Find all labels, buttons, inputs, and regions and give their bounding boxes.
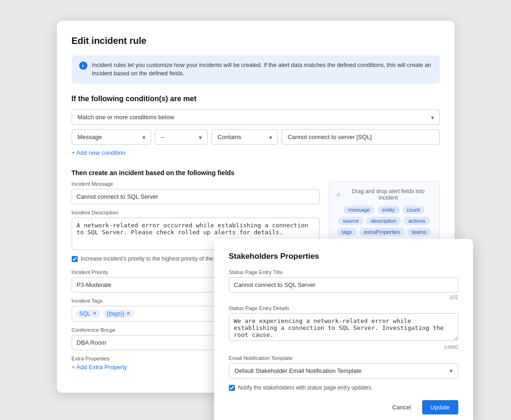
- email-template-select[interactable]: Default Stakeholder Email Notification T…: [229, 363, 458, 378]
- drag-icon: ⊹: [336, 191, 341, 198]
- tag-tags: {{tags}} ✕: [103, 310, 135, 318]
- cancel-button[interactable]: Cancel: [386, 401, 417, 414]
- drag-drop-hint: ⊹ Drag and drop alert fields into incide…: [336, 188, 433, 201]
- info-banner: i Incident rules let you customize how y…: [72, 55, 440, 84]
- condition-field-select[interactable]: Message: [72, 129, 151, 145]
- match-dropdown[interactable]: Match one or more conditions below: [72, 110, 440, 125]
- tag-sql: SQL ✕: [76, 310, 100, 318]
- status-page-entry-details-char-count: 14880: [229, 344, 458, 350]
- email-notification-template-label: Email Notification Template: [229, 355, 458, 361]
- status-page-entry-title-label: Status Page Entry Title: [229, 269, 458, 275]
- field-tag-entity[interactable]: entity: [377, 206, 400, 214]
- incident-message-input[interactable]: [72, 189, 320, 204]
- field-tag-extraproperties[interactable]: extraProperties: [359, 228, 405, 236]
- field-tag-actions[interactable]: actions: [404, 217, 430, 225]
- condition-comparator-wrapper[interactable]: Contains: [211, 129, 277, 145]
- status-page-entry-title-input[interactable]: [229, 277, 458, 292]
- incident-fields-title: Then create an incident based on the fol…: [72, 169, 440, 177]
- drag-drop-hint-text: Drag and drop alert fields into incident: [344, 188, 433, 201]
- stakeholders-modal-title: Stakeholders Properties: [229, 252, 458, 261]
- condition-field-wrapper[interactable]: Message: [72, 129, 151, 145]
- remove-sql-tag[interactable]: ✕: [92, 310, 97, 317]
- remove-tags-tag[interactable]: ✕: [126, 310, 130, 317]
- field-tag-source[interactable]: source: [338, 217, 363, 225]
- notify-checkbox[interactable]: [229, 385, 235, 391]
- status-page-entry-title-char-count: 102: [229, 294, 458, 300]
- add-extra-property-link[interactable]: + Add Extra Property: [72, 364, 127, 371]
- incident-message-label: Incident Message: [72, 181, 320, 187]
- condition-operator-wrapper[interactable]: --: [155, 129, 208, 145]
- status-page-entry-details-textarea[interactable]: We are experiencing a network-related er…: [229, 313, 458, 341]
- conditions-section: If the following condition(s) are met Ma…: [72, 95, 440, 156]
- notify-checkbox-label: Notify the stakeholders with status page…: [238, 384, 373, 392]
- field-tag-tags[interactable]: tags: [337, 228, 357, 236]
- info-icon: i: [79, 61, 87, 70]
- field-tag-teams[interactable]: teams: [407, 228, 431, 236]
- field-tag-message[interactable]: message: [344, 206, 375, 214]
- modal-footer: Cancel Update: [229, 400, 458, 414]
- incident-description-label: Incident Description: [72, 210, 320, 215]
- conditions-section-title: If the following condition(s) are met: [72, 95, 440, 103]
- field-tag-description[interactable]: description: [366, 217, 401, 225]
- match-dropdown-wrapper[interactable]: Match one or more conditions below: [72, 110, 440, 125]
- add-condition-link[interactable]: + Add new condition: [72, 149, 126, 156]
- info-banner-text: Incident rules let you customize how you…: [92, 61, 432, 79]
- page-title: Edit incident rule: [72, 36, 440, 46]
- condition-row: Message -- Contains: [72, 129, 440, 145]
- stakeholders-modal: Stakeholders Properties Status Page Entr…: [214, 239, 473, 420]
- status-page-entry-details-label: Status Page Entry Details: [229, 305, 458, 311]
- priority-checkbox[interactable]: [72, 256, 78, 262]
- email-template-select-wrapper[interactable]: Default Stakeholder Email Notification T…: [229, 363, 458, 378]
- condition-comparator-select[interactable]: Contains: [211, 129, 277, 145]
- field-tag-count[interactable]: count: [402, 206, 425, 214]
- condition-operator-select[interactable]: --: [155, 129, 208, 145]
- notify-checkbox-row: Notify the stakeholders with status page…: [229, 384, 458, 392]
- condition-value-input[interactable]: [282, 129, 440, 145]
- update-button[interactable]: Update: [422, 400, 458, 414]
